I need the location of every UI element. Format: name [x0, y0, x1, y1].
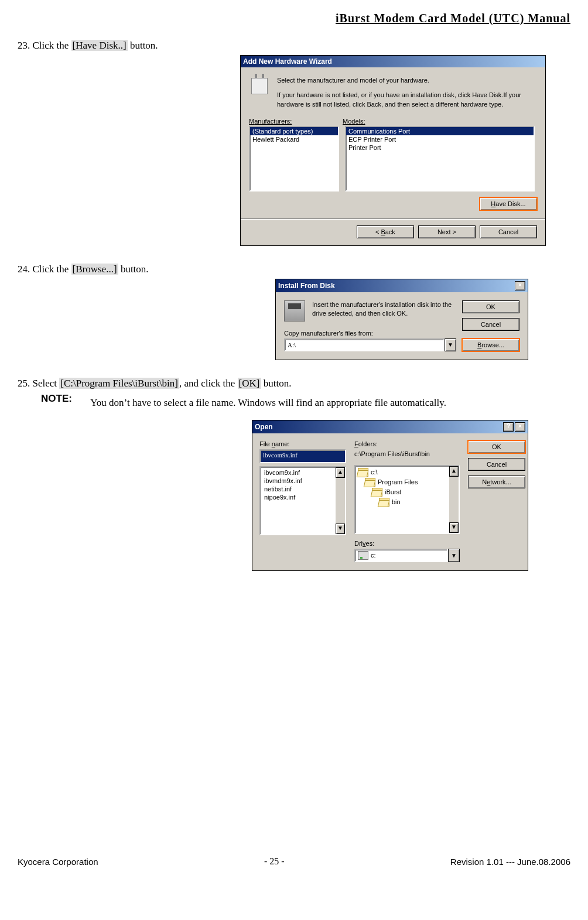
note-text: You don’t have to select a file name. Wi… [90, 393, 559, 413]
tree-label: iBurst [385, 488, 401, 495]
dialog-titlebar: Add New Hardware Wizard [241, 56, 545, 67]
copy-from-input[interactable] [284, 338, 445, 351]
manufacturers-listbox[interactable]: (Standard port types) Hewlett Packard [249, 126, 339, 191]
footer-page-number: - 25 - [264, 856, 285, 867]
filename-label: File name: [259, 440, 346, 447]
help-icon[interactable]: ? [503, 422, 514, 432]
drives-combobox[interactable]: c: ▼ [354, 549, 460, 562]
dialog-title: Add New Hardware Wizard [243, 57, 332, 66]
file-listbox[interactable]: ibvcom9x.inf ibvmdm9x.inf netibst.inf ni… [259, 466, 346, 535]
step-25-hl2: [OK] [238, 378, 261, 389]
step-25-hl1: [C:\Program Files\iBurst\bin] [59, 378, 179, 389]
footer-right: Revision 1.01 --- June.08.2006 [450, 857, 570, 867]
scroll-down-icon[interactable]: ▼ [336, 524, 345, 534]
floppy-disk-icon [284, 300, 305, 322]
back-button[interactable]: < Back [357, 225, 414, 238]
list-item[interactable]: Hewlett Packard [250, 135, 338, 143]
tree-item[interactable]: Program Files [364, 477, 457, 487]
dropdown-icon[interactable]: ▼ [445, 338, 456, 351]
dialog-title: Install From Disk [278, 282, 335, 290]
models-label: Models: [343, 118, 365, 125]
scroll-up-icon[interactable]: ▲ [336, 467, 345, 478]
drives-label: Drives: [354, 540, 460, 547]
scrollbar[interactable]: ▲ ▼ [449, 466, 459, 533]
models-listbox[interactable]: Communications Port ECP Printer Port Pri… [345, 126, 535, 191]
folder-open-icon [372, 488, 382, 497]
folders-label: Folders: [354, 440, 460, 447]
step-25-post: button. [261, 378, 292, 389]
step-24-post: button. [118, 264, 149, 275]
step-23-highlight: [Have Disk..] [71, 40, 128, 51]
cancel-button[interactable]: Cancel [468, 458, 525, 471]
dialog-titlebar: Install From Disk × [276, 279, 528, 292]
scroll-up-icon[interactable]: ▲ [449, 466, 459, 477]
page-footer: Kyocera Corporation - 25 - Revision 1.01… [18, 856, 570, 867]
scrollbar[interactable]: ▲ ▼ [336, 467, 345, 534]
tree-item[interactable]: bin [378, 497, 457, 507]
step-24-text: 24. Click the [Browse...] button. [18, 264, 570, 275]
folder-open-icon [365, 478, 375, 487]
browse-button[interactable]: Browse... [462, 338, 519, 351]
wizard-message-2: If your hardware is not listed, or if yo… [277, 90, 537, 110]
dialog-titlebar: Open ? × [252, 420, 528, 433]
list-item[interactable]: Printer Port [346, 143, 534, 152]
scroll-down-icon[interactable]: ▼ [449, 522, 459, 533]
note-label: NOTE: [41, 393, 88, 405]
list-item[interactable]: Communications Port [346, 127, 534, 135]
close-icon[interactable]: × [515, 281, 525, 290]
network-button[interactable]: Network... [468, 476, 525, 488]
ok-button[interactable]: OK [462, 300, 519, 313]
list-item[interactable]: netibst.inf [262, 485, 344, 493]
cancel-button[interactable]: Cancel [480, 225, 537, 238]
tree-label: Program Files [378, 478, 418, 485]
step-25-mid: , and click the [179, 378, 238, 389]
folder-open-icon [379, 498, 389, 507]
step-23-pre: 23. Click the [18, 40, 71, 51]
drive-value: c: [371, 552, 376, 559]
step-23-post: button. [128, 40, 158, 51]
install-from-disk-dialog: Install From Disk × Insert the manufactu… [275, 279, 528, 360]
cancel-button[interactable]: Cancel [462, 318, 519, 331]
list-item[interactable]: (Standard port types) [250, 127, 338, 135]
close-icon[interactable]: × [515, 422, 525, 432]
tree-label: bin [392, 498, 401, 505]
filename-input[interactable]: ibvcom9x.inf [259, 449, 346, 463]
list-item[interactable]: ECP Printer Port [346, 135, 534, 143]
drive-icon [358, 551, 368, 560]
step-24-highlight: [Browse...] [71, 264, 118, 275]
have-disk-button[interactable]: Have Disk... [480, 197, 537, 210]
footer-left: Kyocera Corporation [18, 857, 98, 867]
wizard-message-1: Select the manufacturer and model of you… [277, 76, 537, 85]
tree-item[interactable]: c:\ [357, 467, 457, 477]
step-25-pre: 25. Select [18, 378, 59, 389]
manufacturers-label: Manufacturers: [249, 118, 343, 125]
folder-open-icon [358, 468, 368, 477]
dropdown-icon[interactable]: ▼ [448, 549, 460, 562]
list-item[interactable]: ibvmdm9x.inf [262, 477, 344, 485]
tree-label: c:\ [371, 468, 378, 476]
step-25-text: 25. Select [C:\Program Files\iBurst\bin]… [18, 378, 570, 389]
add-hardware-wizard-dialog: Add New Hardware Wizard Select the manuf… [240, 55, 546, 246]
list-item[interactable]: ibvcom9x.inf [262, 468, 344, 477]
step-24-pre: 24. Click the [18, 264, 71, 275]
step-23-text: 23. Click the [Have Disk..] button. [18, 40, 570, 52]
hardware-plug-icon [249, 76, 270, 97]
folders-path: c:\Program Files\iBurst\bin [354, 449, 460, 462]
next-button[interactable]: Next > [418, 225, 476, 238]
ok-button[interactable]: OK [468, 440, 525, 453]
tree-item[interactable]: iBurst [371, 487, 457, 497]
list-item[interactable]: nipoe9x.inf [262, 493, 344, 501]
folder-tree[interactable]: c:\ Program Files iBurst bin ▲ ▼ [354, 465, 460, 534]
open-dialog: Open ? × File name: ibvcom9x.inf ibvcom9… [252, 420, 528, 571]
dialog-title: Open [255, 423, 273, 431]
manual-header: iBurst Modem Card Model (UTC) Manual [18, 12, 570, 25]
